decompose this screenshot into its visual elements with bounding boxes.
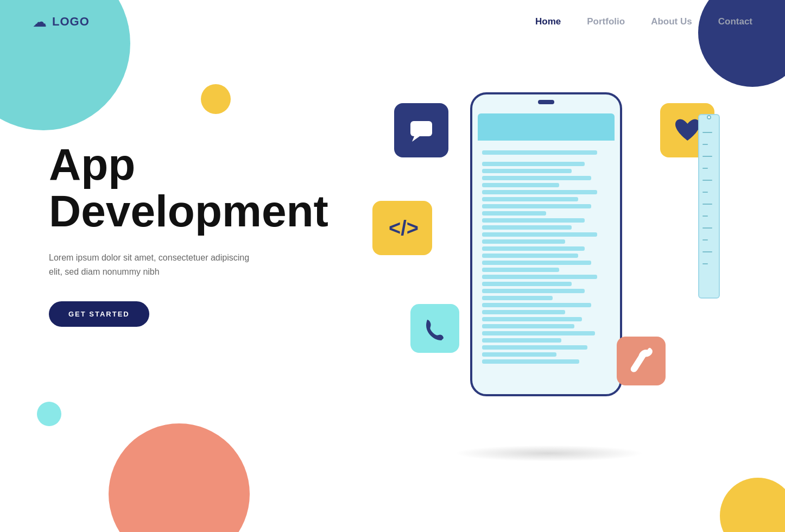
ruler-dot [707,115,711,119]
cloud-icon: ☁ [33,14,47,30]
ruler-mark-short [702,216,708,217]
code-lines-display [478,146,615,368]
hero-content: App Development Lorem ipsum dolor sit am… [49,141,328,327]
nav-contact[interactable]: Contact [718,16,752,27]
wrench-settings-icon [627,347,655,375]
hero-subtitle: Lorem ipsum dolor sit amet, consectetuer… [49,251,255,278]
ruler-mark-long [702,180,712,181]
ruler-mark-long [702,132,712,133]
phone-mockup [470,92,622,396]
call-icon-card [410,304,459,353]
decorative-circle-cyan-small [37,402,61,426]
ruler-mark-short [702,239,708,240]
hero-title: App Development [49,141,328,235]
hero-illustration: </> [372,49,742,472]
ruler-mark-short [702,263,708,264]
chat-icon-card [394,103,448,157]
decorative-circle-yellow-small [201,84,231,114]
ruler-mark-short [702,168,708,169]
decorative-circle-peach [109,423,250,532]
logo: ☁ LOGO [33,14,90,30]
svg-rect-0 [410,121,432,136]
svg-marker-1 [412,136,420,142]
ruler-mark-long [702,156,712,157]
ruler-mark-long [702,227,712,229]
chat-bubble-icon [408,117,435,144]
nav-home[interactable]: Home [535,16,561,27]
phone-call-icon [422,315,448,341]
phone-shadow [454,445,644,461]
ruler-element [698,114,720,299]
wrench-icon-card [617,337,666,385]
decorative-circle-yellow-bottom-right [720,478,785,532]
code-brackets-icon: </> [386,214,419,242]
ruler-mark-long [702,251,712,252]
nav-portfolio[interactable]: Portfolio [587,16,625,27]
navigation: ☁ LOGO Home Portfolio About Us Contact [0,0,785,43]
svg-point-3 [631,366,637,372]
ruler-mark-long [702,204,712,205]
nav-links: Home Portfolio About Us Contact [535,16,752,27]
nav-about-us[interactable]: About Us [651,16,692,27]
get-started-button[interactable]: GET STARTED [49,301,149,327]
ruler-marks [699,124,719,273]
svg-text:</>: </> [389,217,419,239]
ruler-mark-short [702,192,708,193]
logo-text: LOGO [52,15,90,29]
phone-screen-header [478,113,615,141]
ruler-mark-short [702,144,708,145]
phone-notch [538,100,554,104]
code-icon-card: </> [372,201,432,255]
phone-screen [478,113,615,386]
